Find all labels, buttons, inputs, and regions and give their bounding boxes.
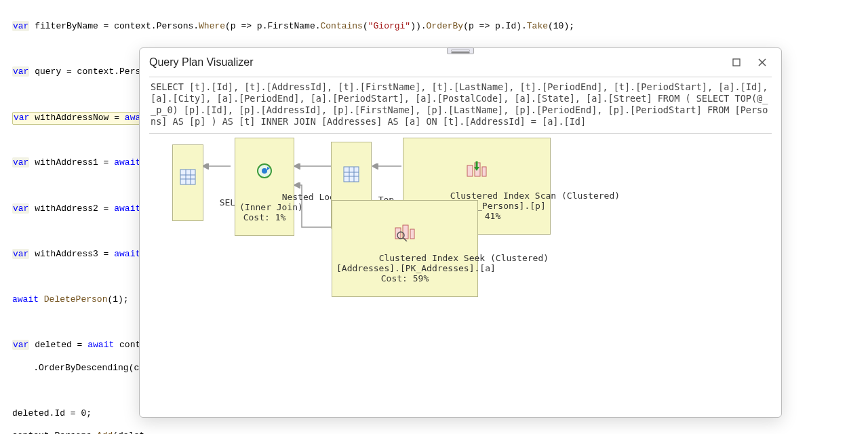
index-scan-icon [408,161,546,179]
highlighted-line: var withAddressNow = await [12,112,153,125]
index-seek-icon [336,224,473,241]
plan-node-select[interactable]: SELECT [172,144,203,221]
popup-title: Query Plan Visualizer [149,56,720,68]
loop-icon [239,161,290,180]
maximize-icon [732,58,741,66]
svg-rect-21 [410,229,414,239]
svg-rect-0 [733,59,740,66]
close-button[interactable] [753,55,772,70]
plan-diagram[interactable]: SELECT Nested Loops (Inner Join) Cost: 1… [149,138,772,355]
kw-var: var [12,21,29,31]
svg-rect-4 [180,170,195,184]
svg-rect-11 [344,167,359,182]
close-icon [758,58,766,66]
query-plan-visualizer-window[interactable]: Query Plan Visualizer SELECT [t].[Id], [… [139,47,782,418]
svg-point-10 [262,168,267,174]
drag-handle[interactable] [447,47,474,54]
table-icon [177,168,199,186]
svg-rect-16 [467,165,473,176]
plan-node-index-seek[interactable]: Clustered Index Seek (Clustered) [Addres… [332,200,478,297]
svg-rect-18 [482,167,486,176]
maximize-button[interactable] [727,55,746,70]
sql-statement: SELECT [t].[Id], [t].[AddressId], [t].[F… [149,77,772,134]
plan-node-nested-loops[interactable]: Nested Loops (Inner Join) Cost: 1% [235,138,294,236]
table-icon [336,165,367,183]
